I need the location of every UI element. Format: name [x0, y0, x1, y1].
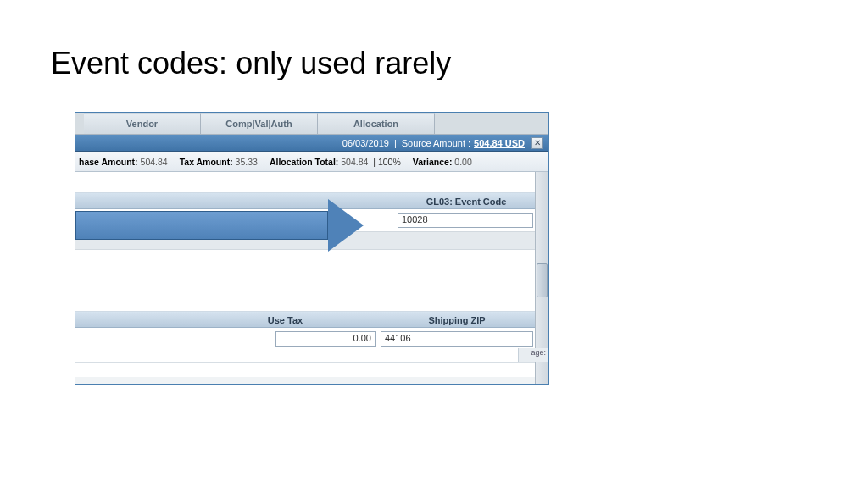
app-window: Vendor Comp|Val|Auth Allocation 06/03/20… — [75, 112, 549, 385]
tax-amount-label: Tax Amount: — [180, 157, 233, 167]
use-tax-field[interactable]: 0.00 — [275, 331, 376, 347]
col-header-shipping-zip: Shipping ZIP — [378, 311, 536, 328]
tab-vendor[interactable]: Vendor — [84, 113, 201, 134]
allocation-grid: GL03: Event Code Use Tax Shipping ZIP 53… — [75, 172, 548, 384]
purchase-amount-value: 504.84 — [141, 157, 168, 167]
source-info-bar: 06/03/2019 | Source Amount : 504.84 USD … — [75, 135, 548, 152]
tax-amount-value: 35.33 — [236, 157, 258, 167]
allocation-percent: 100% — [378, 157, 401, 167]
col-header-event-code: GL03: Event Code — [396, 192, 537, 209]
scrollbar-thumb[interactable] — [537, 263, 548, 297]
info-separator: | — [394, 138, 397, 148]
source-amount-label: Source Amount : — [402, 138, 470, 148]
amounts-summary: hase Amount: 504.84 Tax Amount: 35.33 Al… — [75, 152, 548, 172]
close-icon[interactable]: ✕ — [531, 137, 543, 149]
event-code-field[interactable]: 10028 — [398, 213, 533, 228]
tab-comp-val-auth[interactable]: Comp|Val|Auth — [201, 113, 318, 134]
slide-title: Event codes: only used rarely — [51, 46, 451, 81]
partial-code-field[interactable]: 5310 — [191, 213, 267, 228]
tabs-row: Vendor Comp|Val|Auth Allocation — [75, 113, 548, 135]
source-amount-link[interactable]: 504.84 USD — [474, 138, 525, 148]
variance-label: Variance: — [413, 157, 453, 167]
col-header-use-tax: Use Tax — [194, 311, 376, 328]
shipping-zip-field[interactable]: 44106 — [381, 331, 533, 347]
tab-allocation[interactable]: Allocation — [318, 113, 435, 134]
allocation-total-label: Allocation Total: — [270, 157, 338, 167]
variance-value: 0.00 — [454, 157, 471, 167]
purchase-amount-label: hase Amount: — [79, 157, 138, 167]
info-date: 06/03/2019 — [342, 138, 389, 148]
allocation-total-value: 504.84 — [341, 157, 368, 167]
page-label-fragment: age: — [518, 348, 548, 362]
